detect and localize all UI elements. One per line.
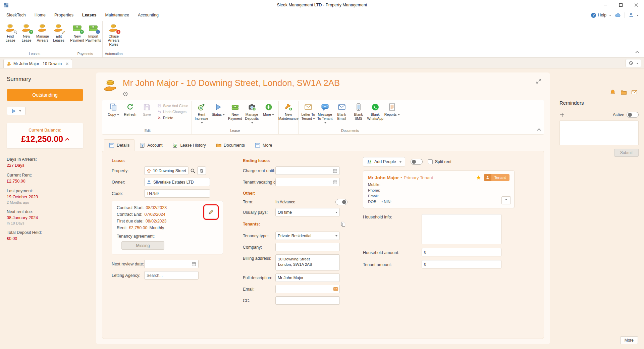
new-lease-button[interactable]: + New Lease — [18, 21, 35, 51]
add-reminder-icon[interactable] — [559, 112, 565, 117]
chevron-down-icon — [399, 161, 401, 164]
more-button[interactable]: More — [260, 101, 277, 128]
tenant-expand-button[interactable] — [501, 196, 511, 204]
history-icon[interactable] — [123, 91, 128, 97]
billing-address-input[interactable]: 10 Downing Street London, SW1A 2AB — [275, 254, 340, 270]
full-description-input[interactable] — [275, 273, 340, 282]
delete-button[interactable]: Delete — [157, 116, 188, 120]
active-toggle[interactable] — [627, 112, 639, 118]
chevron-down-icon — [636, 63, 638, 65]
household-info-input[interactable] — [422, 214, 501, 244]
toolbar-group-edit: Copy Refresh Save — [104, 101, 192, 134]
documents-folder-icon — [216, 143, 221, 148]
tenant-vacating-input[interactable] — [275, 178, 340, 186]
add-people-button[interactable]: Add People — [363, 157, 405, 166]
chevron-up-icon[interactable] — [65, 138, 69, 142]
tenant-amount-input[interactable] — [422, 260, 501, 268]
blank-email-button[interactable]: Blank Email — [333, 101, 350, 128]
cc-input[interactable] — [275, 296, 340, 305]
hand-coins-icon — [7, 61, 11, 66]
reminders-panel: Reminders Active Submit More — [554, 68, 644, 349]
maximize-icon[interactable] — [613, 0, 629, 10]
blank-whatsapp-button[interactable]: Blank WhatsApp — [367, 101, 384, 128]
mail-icon[interactable] — [631, 89, 637, 95]
chase-arrears-rules-button[interactable]: ! Chase Arrears Rules — [104, 21, 124, 51]
ribbon-collapse-icon[interactable] — [636, 49, 639, 54]
stat-next-rent-due: Next rent due: 08 January 2024 In 18 Day… — [7, 209, 83, 225]
edit-contract-button[interactable] — [205, 206, 217, 218]
more-button[interactable]: More — [620, 336, 638, 344]
tab-account[interactable]: Account — [135, 139, 167, 151]
reports-button[interactable]: Reports — [384, 101, 400, 128]
import-payments-button[interactable]: ↓ Import Payments — [85, 21, 101, 51]
timer-button[interactable] — [626, 59, 641, 67]
tab-more[interactable]: More — [250, 139, 277, 151]
blank-sms-button[interactable]: Blank SMS — [350, 101, 367, 128]
household-amount-input[interactable] — [422, 248, 501, 256]
minimize-icon[interactable] — [598, 0, 613, 10]
owner-field[interactable]: Silverlake Estates LTD — [144, 178, 210, 186]
submit-button[interactable]: Submit — [614, 149, 639, 157]
household-amount-label: Household amount: — [363, 250, 422, 255]
menu-leases[interactable]: Leases — [78, 13, 101, 17]
menu-home[interactable]: Home — [30, 13, 50, 17]
property-field[interactable]: 10 Downing Street — [144, 166, 189, 175]
rent-increase-button[interactable]: Rent Increase — [193, 101, 210, 128]
expand-icon[interactable] — [536, 79, 541, 84]
letting-agency-input[interactable] — [144, 271, 199, 280]
split-rent-checkbox[interactable] — [428, 159, 433, 164]
tab-details[interactable]: Details — [104, 139, 135, 151]
cloud-sync-icon[interactable] — [615, 12, 621, 18]
quick-actions-button[interactable] — [7, 107, 25, 115]
property-remove-icon[interactable] — [197, 166, 206, 175]
new-maintenance-button[interactable]: New Maintenance — [280, 101, 297, 132]
find-lease-button[interactable]: Find Lease — [2, 21, 18, 51]
star-icon[interactable]: ★ — [476, 175, 481, 181]
tenancy-type-select[interactable]: Private Residential — [275, 232, 340, 240]
email-input[interactable] — [275, 285, 340, 293]
letter-icon — [304, 103, 312, 111]
menu-maintenance[interactable]: Maintenance — [101, 13, 133, 17]
next-review-date-input[interactable] — [144, 260, 199, 268]
mail-icon[interactable] — [333, 286, 338, 292]
tab-documents[interactable]: Documents — [211, 139, 250, 151]
notifications-bell-icon[interactable] — [610, 89, 616, 95]
usually-pays-select[interactable]: On time — [275, 208, 340, 216]
tenant-card[interactable]: Mr John Major • Primary Tenant ★ Tenant — [363, 170, 515, 208]
copy-tenants-icon[interactable] — [339, 220, 347, 228]
status-button[interactable]: Status — [210, 101, 227, 128]
manage-arrears-button[interactable]: Manage Arrears — [35, 21, 51, 51]
split-rent-toggle[interactable] — [411, 159, 423, 165]
tenancy-agreement-missing-button[interactable]: Missing — [121, 241, 164, 250]
help-button[interactable]: ? Help — [591, 13, 611, 18]
menu-properties[interactable]: Properties — [50, 13, 78, 17]
document-tab[interactable]: Mr John Major - 10 Downin ✕ — [3, 59, 72, 68]
menu-sleektech[interactable]: SleekTech — [2, 13, 30, 17]
tab-close-icon[interactable]: ✕ — [65, 61, 69, 66]
new-payment-button[interactable]: + New Payment — [69, 21, 85, 51]
company-input[interactable] — [275, 243, 340, 251]
toolbar-collapse-icon[interactable] — [538, 127, 540, 132]
manage-deposits-button[interactable]: Manage Deposits — [244, 101, 260, 128]
property-search-icon[interactable] — [189, 166, 197, 175]
letter-to-tenant-button[interactable]: Letter To Tenant — [300, 101, 317, 128]
undo-changes-button[interactable]: Undo Changes — [157, 110, 188, 114]
tab-lease-history[interactable]: Lease History — [167, 139, 211, 151]
user-account-button[interactable] — [629, 12, 639, 18]
menu-accounting[interactable]: Accounting — [133, 13, 163, 17]
copy-button[interactable]: Copy — [105, 101, 122, 128]
tenants-section-title: Tenants: — [243, 222, 260, 227]
save-and-close-button[interactable]: Save And Close — [157, 104, 188, 108]
code-input[interactable] — [144, 189, 210, 198]
folder-icon[interactable] — [621, 89, 627, 95]
term-toggle[interactable] — [335, 199, 347, 205]
message-to-tenant-button[interactable]: Message To Tenant — [317, 101, 333, 128]
save-button[interactable]: Save — [139, 101, 155, 128]
reminders-list[interactable] — [559, 120, 639, 145]
charge-rent-until-input[interactable] — [275, 166, 340, 175]
close-icon[interactable] — [629, 0, 644, 10]
outstanding-status-button[interactable]: Outstanding — [7, 89, 83, 101]
refresh-button[interactable]: Refresh — [122, 101, 139, 128]
new-payment-toolbar-button[interactable]: New Payment — [227, 101, 244, 128]
edit-leases-button[interactable]: Edit Leases — [51, 21, 67, 51]
